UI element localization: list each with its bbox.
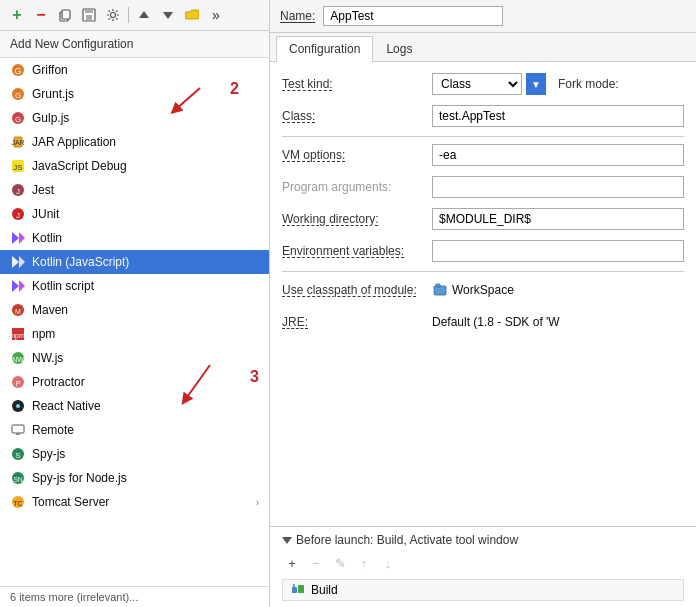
config-list: G Griffon G Grunt.js 2 G Gulp.js JAR JAR… [0, 58, 269, 586]
badge-3: 3 [250, 368, 259, 386]
save-button[interactable] [78, 4, 100, 26]
list-item[interactable]: Remote [0, 418, 269, 442]
list-item[interactable]: M Maven [0, 298, 269, 322]
list-item[interactable]: JAR JAR Application [0, 130, 269, 154]
npm-icon: npm [10, 326, 26, 342]
bl-add-btn[interactable]: + [282, 553, 302, 573]
classpath-row: Use classpath of module: WorkSpace [282, 278, 684, 302]
settings-button[interactable] [102, 4, 124, 26]
vm-options-input[interactable] [432, 144, 684, 166]
list-item[interactable]: S Spy-js [0, 442, 269, 466]
item-label: NW.js [32, 351, 259, 365]
bl-remove-btn[interactable]: − [306, 553, 326, 573]
svg-rect-37 [16, 433, 20, 435]
svg-marker-22 [12, 256, 19, 268]
config-body: Test kind: Class ▼ Fork mode: Class: VM … [270, 62, 696, 526]
left-panel: + − » Add New Configuration G [0, 0, 270, 607]
list-item[interactable]: J Jest [0, 178, 269, 202]
name-input[interactable] [323, 6, 503, 26]
tab-configuration[interactable]: Configuration [276, 36, 373, 62]
svg-rect-49 [298, 585, 304, 593]
list-item[interactable]: Kotlin script [0, 274, 269, 298]
classpath-value-wrap: WorkSpace [432, 282, 514, 298]
svg-rect-47 [436, 284, 440, 287]
list-item[interactable]: P Protractor 3 [0, 370, 269, 394]
remove-button[interactable]: − [30, 4, 52, 26]
test-kind-label: Test kind: [282, 77, 432, 91]
footer-label: 6 items more (irrelevant)... [10, 591, 138, 603]
list-footer[interactable]: 6 items more (irrelevant)... [0, 586, 269, 607]
list-item[interactable]: TC Tomcat Server › [0, 490, 269, 514]
list-item[interactable]: G Grunt.js 2 [0, 82, 269, 106]
program-args-input[interactable] [432, 176, 684, 198]
classpath-value: WorkSpace [452, 283, 514, 297]
svg-rect-48 [292, 587, 297, 593]
jre-label: JRE: [282, 315, 432, 329]
test-kind-select[interactable]: Class [432, 73, 522, 95]
grunt-icon: G [10, 86, 26, 102]
gulp-icon: G [10, 110, 26, 126]
svg-text:SN: SN [13, 476, 23, 483]
before-launch-toggle[interactable] [282, 537, 292, 544]
svg-text:JS: JS [13, 163, 22, 172]
item-label: Grunt.js [32, 87, 259, 101]
item-label: JAR Application [32, 135, 259, 149]
list-item[interactable]: Kotlin [0, 226, 269, 250]
item-label: Kotlin script [32, 279, 259, 293]
build-label: Build [311, 583, 338, 597]
tab-logs[interactable]: Logs [373, 36, 425, 61]
svg-text:TC: TC [13, 500, 22, 507]
nwjs-icon: NW [10, 350, 26, 366]
svg-marker-25 [19, 280, 25, 292]
svg-rect-46 [434, 286, 446, 295]
more-button[interactable]: » [205, 4, 227, 26]
item-label: Remote [32, 423, 259, 437]
svg-rect-4 [86, 15, 92, 20]
list-item[interactable]: React Native [0, 394, 269, 418]
before-launch-toolbar: + − ✎ ↑ ↓ [282, 553, 684, 573]
item-label: npm [32, 327, 259, 341]
test-kind-dropdown-btn[interactable]: ▼ [526, 73, 546, 95]
svg-text:NW: NW [12, 356, 24, 363]
bl-edit-btn[interactable]: ✎ [330, 553, 350, 573]
jre-value: Default (1.8 - SDK of 'W [432, 315, 684, 329]
toolbar-sep1 [128, 7, 129, 23]
svg-text:npm: npm [11, 332, 25, 340]
down-button[interactable] [157, 4, 179, 26]
working-dir-input[interactable] [432, 208, 684, 230]
list-item[interactable]: JS JavaScript Debug [0, 154, 269, 178]
list-item[interactable]: npm npm [0, 322, 269, 346]
list-item[interactable]: J JUnit [0, 202, 269, 226]
svg-text:G: G [15, 91, 21, 100]
class-input[interactable] [432, 105, 684, 127]
item-label: Griffon [32, 63, 259, 77]
class-label: Class: [282, 109, 432, 123]
svg-text:M: M [15, 308, 21, 315]
toolbar: + − » [0, 0, 269, 31]
add-button[interactable]: + [6, 4, 28, 26]
workspace-icon [432, 282, 448, 298]
chevron-right-icon: › [256, 497, 259, 508]
svg-point-5 [111, 13, 116, 18]
add-new-config-label: Add New Configuration [0, 31, 269, 58]
list-item-selected[interactable]: Kotlin (JavaScript) [0, 250, 269, 274]
bl-up-btn[interactable]: ↑ [354, 553, 374, 573]
kotlin-icon [10, 230, 26, 246]
list-item[interactable]: SN Spy-js for Node.js [0, 466, 269, 490]
junit-icon: J [10, 206, 26, 222]
item-label: Maven [32, 303, 259, 317]
svg-rect-1 [62, 10, 70, 19]
vm-options-row: VM options: [282, 143, 684, 167]
copy-button[interactable] [54, 4, 76, 26]
env-vars-input[interactable] [432, 240, 684, 262]
svg-text:G: G [14, 66, 21, 76]
list-item[interactable]: G Griffon [0, 58, 269, 82]
folder-button[interactable] [181, 4, 203, 26]
list-item[interactable]: G Gulp.js [0, 106, 269, 130]
list-item[interactable]: NW NW.js [0, 346, 269, 370]
bl-down-btn[interactable]: ↓ [378, 553, 398, 573]
kotlinjs-icon [10, 254, 26, 270]
maven-icon: M [10, 302, 26, 318]
item-label: React Native [32, 399, 259, 413]
up-button[interactable] [133, 4, 155, 26]
